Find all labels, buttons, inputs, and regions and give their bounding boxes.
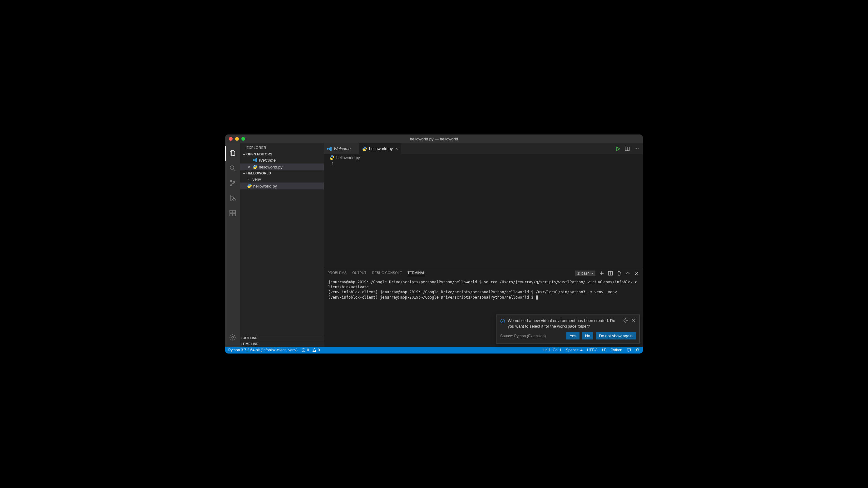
activity-search[interactable] [225,161,240,176]
chevron-right-icon: › [246,177,250,182]
extensions-icon [229,209,236,217]
open-editor-welcome[interactable]: × Welcome [240,157,324,163]
chevron-down-icon: ⌄ [241,152,246,156]
notification-close-button[interactable] [631,318,636,329]
new-terminal-button[interactable] [599,271,604,276]
warning-icon [312,348,317,352]
python-icon [247,184,252,189]
svg-point-10 [232,336,234,338]
vscode-icon [253,158,257,163]
gear-icon [229,333,236,341]
code-area[interactable] [339,161,643,268]
svg-point-12 [255,168,256,169]
activity-bar [225,143,240,347]
activity-settings[interactable] [225,330,240,345]
notification-settings-button[interactable] [623,318,628,329]
split-editor-button[interactable] [625,147,630,151]
terminal-selector[interactable]: 1: bash [575,270,595,276]
activity-explorer[interactable] [225,146,240,161]
svg-rect-9 [233,210,236,213]
open-editor-helloworld[interactable]: × helloworld.py [240,163,324,170]
svg-point-3 [230,185,232,186]
bell-icon [636,348,640,352]
notification-no-button[interactable]: No [582,332,594,339]
notification-toast: We noticed a new virtual environment has… [496,315,640,344]
status-errors[interactable]: 0 0 [301,348,320,352]
vscode-icon [327,147,332,151]
editor-tabs: Welcome × helloworld.py × [324,143,643,154]
panel: PROBLEMS OUTPUT DEBUG CONSOLE TERMINAL 1… [324,268,643,347]
panel-tab-output[interactable]: OUTPUT [352,271,366,276]
python-icon [362,147,367,151]
files-icon [229,150,236,157]
svg-point-14 [250,187,250,188]
open-editors-header[interactable]: ⌄ OPEN EDITORS [240,151,324,157]
activity-extensions[interactable] [225,206,240,221]
file-helloworld[interactable]: helloworld.py [240,183,324,189]
panel-tab-problems[interactable]: PROBLEMS [328,271,347,276]
status-language[interactable]: Python [611,348,622,352]
run-button[interactable] [615,147,620,151]
window-title: helloworld.py — helloworld [225,137,643,141]
svg-point-0 [230,166,234,169]
status-indentation[interactable]: Spaces: 4 [566,348,582,352]
terminal-selector-value: 1: bash [575,270,595,276]
editor-body[interactable]: 1 [324,161,643,268]
notification-yes-button[interactable]: Yes [566,332,579,339]
panel-tab-debug-console[interactable]: DEBUG CONSOLE [372,271,402,276]
timeline-header[interactable]: › TIMELINE [240,341,324,347]
tab-helloworld[interactable]: helloworld.py × [359,143,401,154]
status-eol[interactable]: LF [602,348,606,352]
split-terminal-button[interactable] [608,271,613,276]
folder-label: .venv [251,177,261,182]
close-icon[interactable]: × [395,147,398,151]
svg-point-19 [635,148,636,149]
editor-area: Welcome × helloworld.py × [324,143,643,347]
vscode-window: helloworld.py — helloworld [225,134,643,354]
window-body: EXPLORER ⌄ OPEN EDITORS × Welcome × hell… [225,143,643,347]
outline-header[interactable]: › OUTLINE [240,335,324,341]
python-icon [330,155,334,160]
svg-point-13 [249,184,249,185]
tab-welcome[interactable]: Welcome × [324,143,359,154]
branch-icon [229,180,236,187]
workspace-header[interactable]: ⌄ HELLOWORLD [240,170,324,176]
svg-point-16 [365,150,366,151]
open-editors-label: OPEN EDITORS [246,152,272,156]
svg-point-5 [233,198,236,201]
panel-tab-terminal[interactable]: TERMINAL [407,271,425,276]
python-icon [253,164,257,169]
warning-count: 0 [318,348,320,352]
terminal-line: (venv-infoblox-client) jemurray@mbp-2019… [328,290,617,294]
open-editor-label: Welcome [259,158,276,163]
sidebar: EXPLORER ⌄ OPEN EDITORS × Welcome × hell… [240,143,324,347]
notification-dont-show-button[interactable]: Do not show again [596,332,636,339]
status-feedback-button[interactable] [627,348,631,352]
activity-source-control[interactable] [225,176,240,191]
status-notifications-button[interactable] [636,348,640,352]
svg-rect-32 [502,321,503,322]
svg-point-23 [332,159,333,159]
svg-rect-7 [230,214,232,216]
kill-terminal-button[interactable] [617,271,622,276]
activity-run-debug[interactable] [225,191,240,206]
feedback-icon [627,348,631,352]
title-bar: helloworld.py — helloworld [225,134,643,143]
more-actions-button[interactable] [634,147,639,151]
maximize-panel-button[interactable] [625,271,630,276]
svg-point-20 [636,148,637,149]
breadcrumb-file: helloworld.py [336,155,360,160]
status-python-interpreter[interactable]: Python 3.7.2 64-bit ('infoblox-client': … [228,348,298,352]
close-icon[interactable]: × [246,165,251,169]
svg-rect-8 [233,214,236,216]
debug-icon [229,194,236,202]
open-editor-label: helloworld.py [259,165,283,169]
status-cursor-position[interactable]: Ln 1, Col 1 [543,348,561,352]
breadcrumbs[interactable]: helloworld.py [324,154,643,161]
error-icon [301,348,306,352]
folder-venv[interactable]: › .venv [240,176,324,183]
close-panel-button[interactable] [634,271,639,276]
svg-point-11 [254,165,255,166]
status-encoding[interactable]: UTF-8 [587,348,598,352]
terminal-line: jemurray@mbp-2019:~/Google Drive/scripts… [328,280,637,289]
